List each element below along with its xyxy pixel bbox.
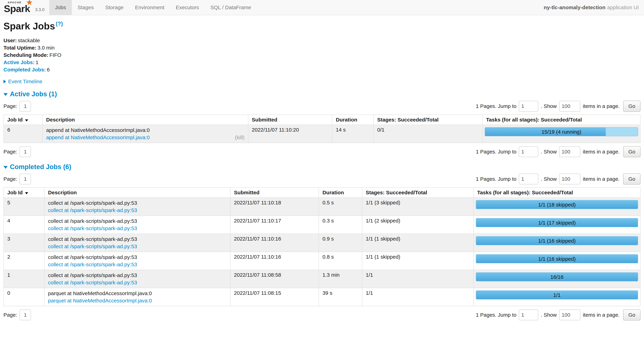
- job-id-cell: 3: [4, 234, 44, 252]
- go-button[interactable]: Go: [623, 173, 640, 185]
- job-description-cell: collect at /spark-scripts/spark-ad.py:53…: [44, 216, 230, 234]
- page-number-input[interactable]: [20, 310, 31, 320]
- column-header-description[interactable]: Description: [44, 188, 230, 198]
- job-id-cell: 1: [4, 270, 44, 288]
- column-header-job-id[interactable]: Job Id: [4, 188, 44, 198]
- job-id-cell: 5: [4, 198, 44, 216]
- column-header-submitted[interactable]: Submitted: [230, 188, 319, 198]
- pagination-bar-completed-bottom: Page: 1 Pages. Jump to . Show items in a…: [4, 309, 640, 321]
- job-id-cell: 2: [4, 252, 44, 270]
- items-per-page-input[interactable]: [559, 174, 580, 184]
- job-stages-cell: 1/1 (3 skipped): [362, 198, 474, 216]
- job-description-text: collect at /spark-scripts/spark-ad.py:53: [48, 200, 226, 206]
- tasks-progress-bar: 15/19 (4 running): [485, 127, 638, 136]
- nav-tab-jobs[interactable]: Jobs: [49, 0, 72, 15]
- job-duration-cell: 39 s: [319, 288, 362, 306]
- active-jobs-heading: Active Jobs (1): [10, 90, 57, 98]
- active-jobs-link[interactable]: Active Jobs:: [4, 59, 34, 65]
- go-button[interactable]: Go: [623, 101, 640, 112]
- event-timeline-label: Event Timeline: [8, 78, 42, 84]
- event-timeline-toggle[interactable]: Event Timeline: [4, 78, 42, 84]
- go-button[interactable]: Go: [623, 309, 640, 321]
- go-button[interactable]: Go: [623, 146, 640, 157]
- column-header-stages[interactable]: Stages: Succeeded/Total: [362, 188, 474, 198]
- job-description-link[interactable]: collect at /spark-scripts/spark-ad.py:53: [48, 261, 137, 268]
- job-description-link[interactable]: append at NativeMethodAccessorImpl.java:…: [46, 134, 150, 141]
- job-description-text: collect at /spark-scripts/spark-ad.py:53: [48, 218, 226, 224]
- column-header-stages[interactable]: Stages: Succeeded/Total: [374, 115, 482, 125]
- active-job-row: 6 append at NativeMethodAccessorImpl.jav…: [4, 125, 640, 143]
- collapse-closed-arrow-icon: [4, 80, 6, 83]
- summary-scheduling-mode: Scheduling Mode:FIFO: [4, 51, 640, 59]
- jump-to-input[interactable]: [519, 174, 538, 184]
- items-per-page-input[interactable]: [559, 146, 580, 157]
- column-header-job-id[interactable]: Job Id: [4, 115, 42, 125]
- jump-to-input[interactable]: [519, 146, 538, 157]
- job-description-cell: collect at /spark-scripts/spark-ad.py:53…: [44, 252, 230, 270]
- application-ui-label: ny-tlc-anomaly-detection application UI: [544, 0, 639, 15]
- summary-list: User:stackable Total Uptime:3.0 min Sche…: [4, 37, 640, 73]
- spark-logo-link[interactable]: APACHE Spark ★ 3.3.0: [3, 0, 47, 15]
- page-number-input[interactable]: [20, 101, 31, 112]
- active-jobs-header-row: Job Id Description Submitted Duration St…: [4, 115, 640, 125]
- progress-label: 1/1: [476, 291, 638, 299]
- job-id-header-label: Job Id: [7, 117, 22, 122]
- completed-jobs-section-toggle[interactable]: Completed Jobs (6): [4, 163, 71, 171]
- summary-user-label: User:: [4, 37, 17, 43]
- spark-star-icon: ★: [26, 0, 33, 6]
- column-header-description[interactable]: Description: [42, 115, 248, 125]
- active-jobs-section-toggle[interactable]: Active Jobs (1): [4, 90, 57, 98]
- pagination-bar-active-top: Page: 1 Pages. Jump to . Show items in a…: [4, 101, 640, 112]
- job-description-link[interactable]: collect at /spark-scripts/spark-ad.py:53: [48, 243, 137, 250]
- kill-job-link[interactable]: (kill): [235, 134, 244, 141]
- page-number-input[interactable]: [20, 174, 31, 184]
- nav-tab-sql-dataframe[interactable]: SQL / DataFrame: [205, 0, 257, 15]
- job-tasks-cell: 16/16: [474, 270, 640, 288]
- job-description-link[interactable]: collect at /spark-scripts/spark-ad.py:53: [48, 279, 137, 286]
- completed-jobs-link[interactable]: Completed Jobs:: [4, 67, 46, 72]
- summary-uptime-value: 3.0 min: [38, 45, 54, 50]
- tasks-progress-bar: 1/1 (17 skipped): [476, 218, 638, 227]
- jump-to-input[interactable]: [519, 310, 538, 320]
- job-tasks-cell: 1/1 (16 skipped): [474, 252, 640, 270]
- nav-tab-stages[interactable]: Stages: [72, 0, 100, 15]
- nav-tab-storage[interactable]: Storage: [100, 0, 129, 15]
- pages-jump-label: 1 Pages. Jump to: [476, 103, 516, 109]
- pages-jump-label: 1 Pages. Jump to: [476, 149, 516, 155]
- sort-descending-icon: [25, 119, 28, 121]
- main-nav: Jobs Stages Storage Environment Executor…: [49, 0, 257, 15]
- column-header-duration[interactable]: Duration: [332, 115, 374, 125]
- job-submitted-cell: 2022/11/07 11:10:16: [230, 252, 319, 270]
- job-description-link[interactable]: collect at /spark-scripts/spark-ad.py:53: [48, 207, 137, 214]
- job-description-link[interactable]: parquet at NativeMethodAccessorImpl.java…: [48, 297, 152, 304]
- completed-jobs-table: Job Id Description Submitted Duration St…: [4, 187, 640, 306]
- job-duration-cell: 0.8 s: [319, 252, 362, 270]
- nav-tab-environment[interactable]: Environment: [129, 0, 170, 15]
- help-link[interactable]: (?): [56, 20, 63, 27]
- column-header-submitted[interactable]: Submitted: [248, 115, 332, 125]
- items-per-page-input[interactable]: [559, 310, 580, 320]
- job-id-cell: 4: [4, 216, 44, 234]
- job-stages-cell: 1/1 (1 skipped): [362, 252, 474, 270]
- page-label: Page:: [4, 103, 17, 109]
- summary-scheduling-mode-value: FIFO: [50, 52, 61, 58]
- jump-to-input[interactable]: [519, 101, 538, 112]
- job-description-text: collect at /spark-scripts/spark-ad.py:53: [48, 236, 226, 243]
- pagination-bar-completed-top: Page: 1 Pages. Jump to . Show items in a…: [4, 173, 640, 185]
- column-header-tasks[interactable]: Tasks (for all stages): Succeeded/Total: [474, 188, 640, 198]
- summary-active-jobs-value: 1: [36, 59, 38, 65]
- job-tasks-cell: 1/1 (18 skipped): [474, 198, 640, 216]
- job-submitted-cell: 2022/11/07 11:08:58: [230, 270, 319, 288]
- column-header-duration[interactable]: Duration: [319, 188, 362, 198]
- job-id-header-label: Job Id: [7, 190, 22, 195]
- nav-tab-executors[interactable]: Executors: [170, 0, 205, 15]
- job-description-link[interactable]: collect at /spark-scripts/spark-ad.py:53: [48, 225, 137, 232]
- job-submitted-cell: 2022/11/07 11:10:18: [230, 198, 319, 216]
- active-jobs-table: Job Id Description Submitted Duration St…: [4, 114, 640, 143]
- progress-label: 16/16: [476, 273, 638, 281]
- page-number-input[interactable]: [20, 146, 31, 157]
- show-label: . Show: [541, 103, 557, 109]
- job-description-text: append at NativeMethodAccessorImpl.java:…: [46, 127, 244, 133]
- items-per-page-input[interactable]: [559, 101, 580, 112]
- column-header-tasks[interactable]: Tasks (for all stages): Succeeded/Total: [482, 115, 640, 125]
